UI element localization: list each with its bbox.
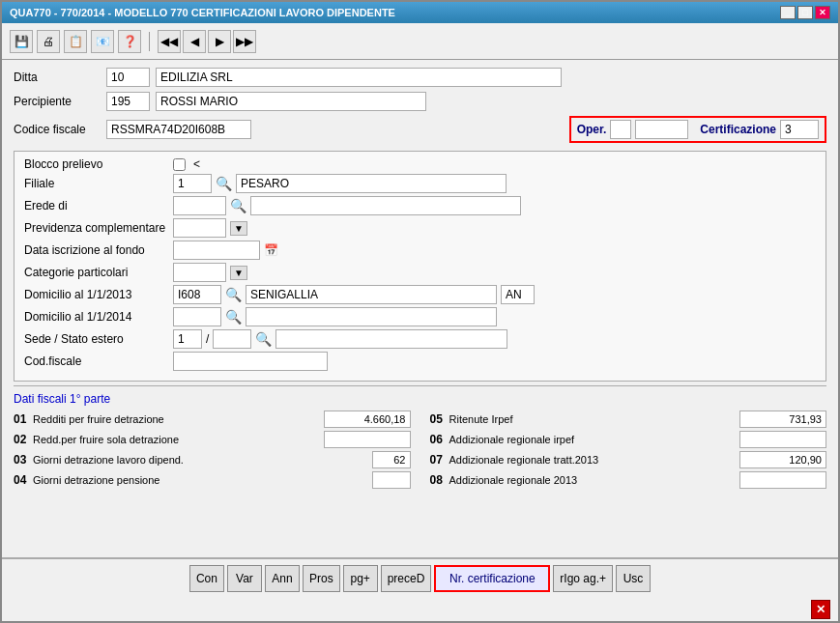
dati-fiscali-left: 01 Redditi per fruire detrazione 02 Redd… [14, 411, 411, 492]
erede-label: Erede di [24, 199, 169, 212]
window-controls: _ □ ✕ [780, 6, 830, 19]
df-input-03[interactable] [372, 451, 411, 468]
oper-input2[interactable] [635, 120, 688, 139]
filiale-lookup-icon[interactable]: 🔍 [216, 176, 232, 191]
domicilio-2014-lookup-icon[interactable]: 🔍 [225, 309, 242, 325]
codice-fiscale-input[interactable]: RSSMRA74D20I608B [106, 120, 251, 139]
previdenza-row: Previdenza complementare ▼ [24, 218, 816, 238]
sede-row: Sede / Stato estero 1 / 🔍 [24, 329, 816, 349]
separator [149, 32, 150, 51]
sede-text-input[interactable] [275, 329, 507, 349]
domicilio-2014-code-input[interactable] [173, 307, 221, 326]
cod-fiscale-input[interactable] [173, 352, 328, 371]
domicilio-2013-prov-input[interactable]: AN [501, 285, 535, 304]
maximize-button[interactable]: □ [797, 6, 813, 19]
domicilio-2013-row: Domicilio al 1/1/2013 I608 🔍 SENIGALLIA … [24, 285, 816, 304]
ditta-name-input[interactable]: EDILIZIA SRL [156, 68, 562, 87]
red-x-button[interactable]: ✕ [811, 600, 830, 619]
df-input-07[interactable] [739, 451, 826, 468]
previdenza-input[interactable] [173, 218, 226, 238]
filiale-text-input[interactable]: PESARO [236, 174, 507, 193]
categorie-label: Categorie particolari [24, 266, 169, 279]
sede-input1[interactable]: 1 [173, 329, 202, 349]
previdenza-label: Previdenza complementare [24, 221, 169, 235]
codice-fiscale-label: Codice fiscale [14, 123, 101, 136]
blocco-checkbox[interactable] [173, 158, 186, 171]
erede-row: Erede di 🔍 [24, 196, 816, 215]
nav-last-button[interactable]: ▶▶ [233, 30, 256, 53]
nav-first-button[interactable]: ◀◀ [158, 30, 181, 53]
oper-input1[interactable] [610, 120, 631, 139]
df-row-08: 08 Addizionale regionale 2013 [430, 471, 827, 489]
categorie-dropdown-icon[interactable]: ▼ [230, 266, 247, 280]
cod-fiscale-label: Cod.fiscale [24, 354, 169, 368]
domicilio-2013-code-input[interactable]: I608 [173, 285, 221, 304]
toolbar: 💾 🖨 📋 📧 ❓ ◀◀ ◀ ▶ ▶▶ [2, 23, 838, 60]
df-input-08[interactable] [739, 471, 826, 489]
email-button[interactable]: 📧 [91, 30, 114, 53]
domicilio-2013-lookup-icon[interactable]: 🔍 [225, 287, 242, 302]
oper-section: Oper. Certificazione 3 [569, 116, 826, 143]
help-button[interactable]: ❓ [118, 30, 141, 53]
con-button[interactable]: Con [189, 565, 224, 592]
nr-certificazione-button[interactable]: Nr. certificazione [434, 565, 550, 592]
df-input-02[interactable] [324, 431, 411, 448]
ditta-row: Ditta 10 EDILIZIA SRL [14, 68, 826, 87]
df-row-02: 02 Redd.per fruire sola detrazione [14, 431, 411, 448]
previdenza-dropdown-icon[interactable]: ▼ [230, 221, 247, 236]
info-fields-section: Blocco prelievo < Filiale 1 🔍 PESARO Ere… [14, 151, 826, 382]
sede-input2[interactable] [213, 329, 251, 349]
domicilio-2013-label: Domicilio al 1/1/2013 [24, 288, 169, 301]
usc-button[interactable]: Usc [616, 565, 651, 592]
filiale-code-input[interactable]: 1 [173, 174, 212, 193]
percipiente-name-input[interactable]: ROSSI MARIO [156, 92, 426, 111]
categorie-input[interactable] [173, 263, 226, 282]
sede-label: Sede / Stato estero [24, 332, 169, 346]
erede-text-input[interactable] [250, 196, 521, 215]
nav-prev-button[interactable]: ◀ [183, 30, 206, 53]
calendar-icon[interactable]: 📅 [264, 243, 278, 257]
dati-fiscali-right: 05 Ritenute Irpef 06 Addizionale regiona… [430, 411, 827, 492]
data-iscrizione-input[interactable] [173, 241, 260, 260]
df-input-04[interactable] [372, 471, 411, 489]
red-x-bar: ✕ [2, 598, 838, 621]
dati-fiscali-grid: 01 Redditi per fruire detrazione 02 Redd… [14, 411, 826, 492]
filiale-label: Filiale [24, 177, 169, 190]
save-button[interactable]: 💾 [10, 30, 33, 53]
percipiente-label: Percipiente [14, 95, 101, 108]
rigo-ag-button[interactable]: rIgo ag.+ [553, 565, 613, 592]
var-button[interactable]: Var [227, 565, 262, 592]
df-input-01[interactable] [324, 411, 411, 428]
df-input-06[interactable] [739, 431, 826, 448]
dati-fiscali-section: Dati fiscali 1° parte 01 Redditi per fru… [14, 385, 826, 492]
close-button[interactable]: ✕ [815, 6, 830, 19]
preced-button[interactable]: preceD [381, 565, 432, 592]
filiale-row: Filiale 1 🔍 PESARO [24, 174, 816, 193]
df-input-05[interactable] [739, 411, 826, 428]
pg-plus-button[interactable]: pg+ [343, 565, 378, 592]
df-row-06: 06 Addizionale regionale irpef [430, 431, 827, 448]
percipiente-code-input[interactable]: 195 [106, 92, 150, 111]
erede-lookup-icon[interactable]: 🔍 [230, 198, 246, 213]
oper-label: Oper. [577, 123, 607, 136]
domicilio-2014-label: Domicilio al 1/1/2014 [24, 310, 169, 324]
main-window: QUA770 - 770/2014 - MODELLO 770 CERTIFIC… [0, 0, 840, 623]
copy-button[interactable]: 📋 [64, 30, 87, 53]
pros-button[interactable]: Pros [303, 565, 340, 592]
sede-lookup-icon[interactable]: 🔍 [255, 331, 272, 347]
domicilio-2014-row: Domicilio al 1/1/2014 🔍 [24, 307, 816, 326]
ditta-code-input[interactable]: 10 [106, 68, 150, 87]
nav-buttons: ◀◀ ◀ ▶ ▶▶ [158, 30, 256, 53]
print-button[interactable]: 🖨 [37, 30, 60, 53]
domicilio-2014-city-input[interactable] [246, 307, 497, 326]
nav-next-button[interactable]: ▶ [208, 30, 231, 53]
blocco-prelievo-row: Blocco prelievo < [24, 157, 816, 171]
erede-input[interactable] [173, 196, 226, 215]
ann-button[interactable]: Ann [265, 565, 300, 592]
minimize-button[interactable]: _ [780, 6, 796, 19]
data-iscrizione-label: Data iscrizione al fondo [24, 243, 169, 257]
domicilio-2013-city-input[interactable]: SENIGALLIA [246, 285, 497, 304]
categorie-row: Categorie particolari ▼ [24, 263, 816, 282]
cod-fiscale-row: Cod.fiscale [24, 352, 816, 371]
certificazione-input[interactable]: 3 [780, 120, 819, 139]
